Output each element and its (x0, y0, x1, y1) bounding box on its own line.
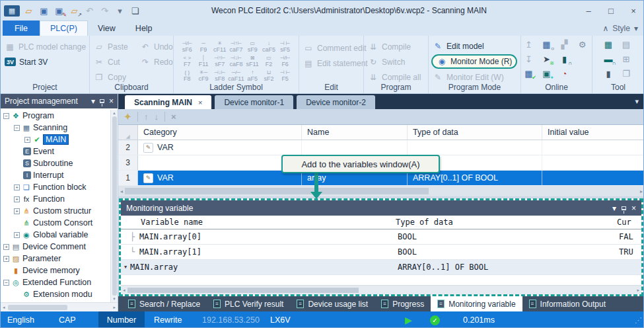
save-icon[interactable]: ▣ (38, 5, 50, 17)
comment-edit-button[interactable]: ▭Comment edit (299, 40, 363, 56)
tree-item[interactable]: ⋔ Custom Consort (1, 217, 118, 229)
ladder-symbol-button[interactable]: ⊔sF2 (261, 68, 277, 83)
panel-close-icon[interactable]: × (631, 204, 636, 213)
document-icon[interactable]: ▤ (620, 38, 633, 51)
move-up-icon[interactable]: ↑ (144, 112, 149, 122)
tree-expander-icon[interactable]: + (14, 184, 20, 190)
delete-icon[interactable]: × (171, 112, 176, 122)
name-cell[interactable] (302, 140, 408, 155)
tree-expander-icon[interactable] (14, 149, 20, 155)
row-number[interactable]: 2 (118, 140, 138, 155)
download-icon[interactable]: ↧ (522, 53, 535, 65)
bottom-tab[interactable]: ≡ Progress (375, 296, 431, 311)
tree-item[interactable]: E Event (1, 145, 118, 157)
status-caps[interactable]: CAP (59, 311, 76, 328)
edit-model-button[interactable]: ✎Edit model (429, 38, 520, 54)
category-cell[interactable]: ✎VAR (138, 140, 302, 155)
start-3v-button[interactable]: 3VStart 3V (1, 54, 89, 69)
initial-value-cell[interactable] (542, 140, 644, 155)
tab-help[interactable]: Help (125, 20, 162, 36)
tree-item[interactable]: + ▨ Parameter (1, 253, 118, 265)
maximize-button[interactable]: □ (600, 2, 622, 19)
monitor-horizontal-scrollbar[interactable]: ◂ ▸ (121, 285, 641, 294)
resize-grip-icon[interactable]: ⋰ (635, 311, 642, 328)
communication-settings-icon[interactable]: ⚙ (576, 38, 589, 51)
tree-expander-icon[interactable]: + (14, 232, 20, 238)
scroll-left-icon[interactable]: ◂ (120, 188, 123, 194)
variable-row[interactable]: 2 ✎VAR (118, 140, 644, 155)
document-tab[interactable]: Scanning MAIN × (125, 95, 211, 109)
tree-expander-icon[interactable] (14, 161, 20, 167)
column-header-current-value[interactable]: Cur (617, 218, 641, 227)
bottom-tab[interactable]: ≡ Monitoring variable (431, 296, 522, 311)
tree-expander-icon[interactable]: − (3, 113, 9, 119)
status-rewrite-mode[interactable]: Rewrite (154, 311, 182, 328)
initial-value-cell[interactable] (542, 155, 644, 170)
tree-item[interactable]: ⚙ Extension modu (1, 288, 118, 300)
bottom-tab[interactable]: ≡ PLC Verify result (207, 296, 290, 311)
scrollbar-thumb[interactable] (127, 288, 359, 293)
tree-item[interactable]: + ❏ Function block (1, 181, 118, 193)
ladder-symbol-button[interactable]: │F11 (196, 54, 212, 68)
scroll-right-icon[interactable]: ▸ (640, 188, 643, 194)
monitor-variable-row[interactable]: └ MAIN.array[1] BOOL TRU (121, 245, 641, 260)
type-cell[interactable] (408, 140, 542, 155)
remote-monitor-icon[interactable]: ➤≋ (540, 53, 553, 65)
redo-button[interactable]: ↷Redo (136, 54, 172, 69)
scrollbar-thumb[interactable] (8, 305, 67, 310)
tree-expander-icon[interactable]: + (14, 208, 20, 214)
column-header-variable-name[interactable]: Variable name (121, 218, 396, 227)
row-number[interactable]: 3 (118, 155, 138, 170)
scroll-right-icon[interactable]: ▸ (637, 288, 639, 293)
trash-icon[interactable]: ▮∩ (558, 53, 571, 65)
tree-item[interactable]: S Subroutine (1, 157, 118, 169)
status-number-mode[interactable]: Number (98, 311, 145, 328)
scroll-left-icon[interactable]: ◂ (123, 288, 125, 293)
ladder-symbol-button[interactable]: < >F7 (179, 54, 196, 68)
scroll-left-icon[interactable]: ◂ (3, 305, 5, 310)
ladder-symbol-button[interactable]: ↑aF5 (244, 68, 261, 83)
panel-close-icon[interactable]: × (109, 97, 114, 106)
tree-expander-icon[interactable]: + (3, 256, 9, 262)
tree-expander-icon[interactable]: + (24, 137, 30, 143)
table-horizontal-scrollbar[interactable]: ◂ ▸ (118, 186, 644, 196)
lock-icon[interactable]: ▬∩ (602, 53, 615, 65)
collapse-ribbon-icon[interactable]: ∧ (602, 24, 608, 33)
ladder-symbol-button[interactable]: ✳─cF9 (196, 68, 212, 83)
save-as-icon[interactable]: ▣✎ (53, 5, 65, 17)
insert-icon[interactable]: ✦ (124, 112, 131, 122)
document-tab[interactable]: Device monitor-2 (297, 95, 375, 109)
pin-icon[interactable] (622, 206, 626, 210)
ladder-symbol-button[interactable]: ⊣↑⊢caF7 (228, 39, 244, 54)
tree-vertical-scrollbar[interactable]: ▲ ▼ (110, 110, 118, 302)
corner-cell[interactable]: ◢ (118, 125, 138, 140)
plc-verify-icon[interactable]: ▦✔ (522, 67, 535, 80)
tab-list-caret-icon[interactable]: ▾ (635, 97, 644, 109)
move-down-icon[interactable]: ↓ (154, 112, 159, 122)
cut-button[interactable]: ✂Cut (90, 54, 136, 69)
ladder-symbol-button[interactable]: { }F8 (179, 68, 196, 83)
calculator-icon[interactable]: ⊞ (620, 53, 633, 65)
tree-item[interactable]: + ⋔ Custom structur (1, 205, 118, 217)
ladder-symbol-button[interactable]: ⊣ ⊢F5 (277, 68, 293, 83)
thermometer-icon[interactable]: ▮ (602, 67, 615, 80)
compile-button[interactable]: ⇊Compile (364, 39, 428, 54)
switch-button[interactable]: ↻Switch (364, 54, 428, 69)
ladder-symbol-button[interactable]: ⊣↑⊢sF7 (211, 54, 228, 68)
row-number[interactable]: 1 (118, 171, 138, 185)
ladder-symbol-button[interactable]: ⊣↓⊢sF8 (211, 68, 228, 83)
scroll-right-icon[interactable]: ▸ (113, 305, 116, 310)
tree-item[interactable]: − ◎ Extended Function (1, 276, 118, 288)
scroll-up-icon[interactable]: ▲ (112, 111, 116, 115)
tree-expander-icon[interactable]: + (14, 196, 20, 202)
scrollbar-thumb[interactable] (112, 116, 117, 296)
style-caret-icon[interactable]: ▾ (634, 24, 638, 33)
ladder-symbol-button[interactable]: ─F9 (196, 39, 212, 54)
tree-expander-icon[interactable] (14, 173, 20, 179)
document-tab[interactable]: Device monitor-1 (215, 95, 293, 109)
undo-button[interactable]: ↶Undo (136, 39, 172, 54)
monitor-mode-button[interactable]: ◉Monitor Mode (R) (431, 54, 517, 69)
monitor-variable-row[interactable]: ▼ MAIN.array ARRAY[0..1] OF BOOL (121, 260, 641, 275)
upload-icon[interactable]: ↥ (522, 38, 535, 51)
plc-lock-icon[interactable]: ▦ (602, 38, 615, 51)
